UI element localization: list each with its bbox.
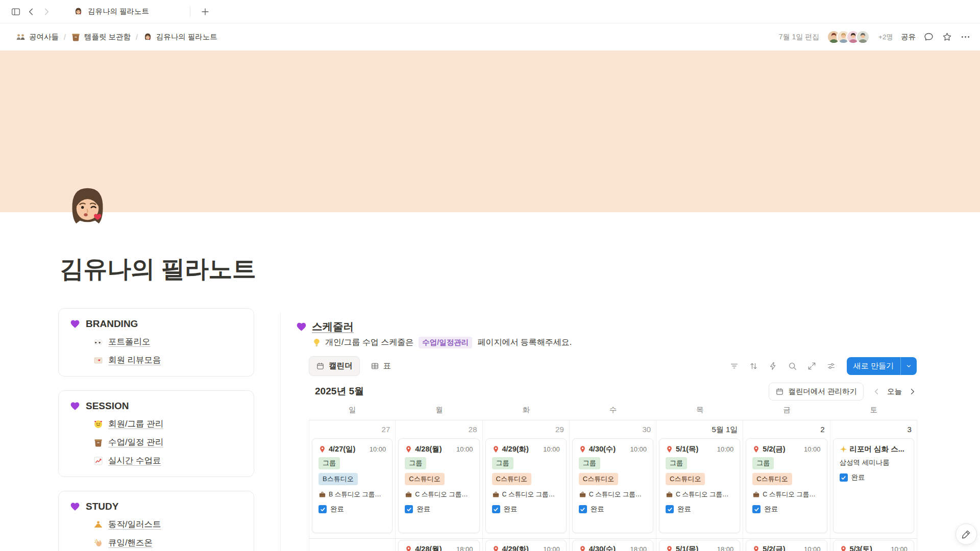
event-header: 리포머 심화 스... [840, 444, 908, 454]
checkbox-checked[interactable] [666, 505, 674, 513]
ai-pen-button[interactable] [955, 523, 977, 545]
avatar[interactable] [856, 30, 870, 44]
event-card[interactable]: 4/30(수) 10:00 그룹 C스튜디오 C 스튜디오 그룹레슨 완료 [572, 438, 653, 533]
pin-icon [405, 545, 412, 551]
studio-tag: B스튜디오 [318, 473, 358, 485]
calendar-cell-thu: 5월 1일 5/1(목) 10:00 그룹 C스튜디오 C 스튜디오 그룹레슨 … [656, 420, 743, 538]
more-icon[interactable] [960, 32, 971, 42]
breadcrumb-item-templates[interactable]: 템플릿 보관함 [67, 30, 134, 44]
weekday-label: 일 [309, 405, 396, 415]
nav-link-schedule[interactable]: 수업/일정 관리 [93, 437, 242, 448]
prev-month-icon[interactable] [872, 387, 881, 396]
today-button[interactable]: 오늘 [887, 387, 902, 396]
checkbox-checked[interactable] [840, 473, 848, 482]
nav-link-cueing[interactable]: 큐잉/핸즈온 [93, 537, 242, 548]
archive-box-icon [71, 32, 81, 42]
filter-icon[interactable] [729, 361, 739, 371]
event-header: 4/29(화) 10:00 [492, 544, 560, 551]
sidebar-toggle-icon[interactable] [8, 4, 23, 19]
checkbox-checked[interactable] [318, 505, 327, 513]
breadcrumb-bar: 공여사들 / 템플릿 보관함 / 김유나의 필라노트 7월 1일 편집 +2명 … [0, 23, 980, 51]
extra-members-count[interactable]: +2명 [878, 33, 893, 42]
nav-link-label: 회원 리뷰모음 [108, 355, 161, 366]
event-lesson: C 스튜디오 그룹레슨 [405, 489, 473, 500]
next-month-icon[interactable] [908, 387, 917, 396]
briefcase-icon [666, 491, 673, 498]
breadcrumb-item-current-page[interactable]: 김유나의 필라노트 [139, 30, 221, 44]
event-status: 완료 [666, 504, 733, 515]
person-meditating-icon [93, 520, 103, 530]
group-tag: 그룹 [318, 457, 340, 469]
settings-icon[interactable] [826, 361, 836, 371]
star-icon[interactable] [942, 32, 952, 42]
event-date: 4/29(화) [502, 444, 529, 454]
event-lesson: C 스튜디오 그룹레슨 [752, 489, 820, 500]
callout-page-mention[interactable]: 수업/일정관리 [419, 337, 472, 348]
people-icon [16, 32, 26, 42]
checkbox-checked[interactable] [579, 505, 587, 513]
event-header: 5/2(금) 10:00 [752, 544, 820, 551]
calendar-cell-fri: 2 5/2(금) 10:00 그룹 C스튜디오 C 스튜디오 그룹레슨 완료 [743, 420, 830, 538]
lesson-label: C 스튜디오 그룹레슨 [763, 490, 820, 499]
tab-calendar-view[interactable]: 캘린더 [309, 356, 360, 376]
briefcase-icon [752, 491, 760, 498]
event-card[interactable]: 5/1(목) 18:00 그룹 [659, 540, 740, 551]
archive-box-icon [93, 438, 103, 447]
chevron-down-icon[interactable] [900, 357, 917, 375]
event-card[interactable]: 4/28(월) 10:00 그룹 C스튜디오 C 스튜디오 그룹레슨 완료 [398, 438, 479, 533]
comments-icon[interactable] [923, 32, 934, 42]
new-tab-icon[interactable] [198, 4, 213, 19]
app-tab[interactable]: 김유나의 필라노트 [68, 4, 154, 19]
nav-card-title-label: STUDY [86, 501, 118, 512]
nav-link-label: 포트폴리오 [108, 336, 151, 347]
forward-icon[interactable] [39, 4, 54, 19]
studio-tag: C스튜디오 [666, 473, 705, 485]
back-icon[interactable] [23, 4, 39, 19]
new-entry-button[interactable]: 새로 만들기 [847, 357, 917, 375]
manage-in-calendar-button[interactable]: 캘린더에서 관리하기 [769, 383, 864, 400]
nav-link-portfolio[interactable]: 포트폴리오 [93, 336, 242, 347]
event-date: 4/30(수) [589, 444, 616, 454]
event-status: 완료 [579, 504, 647, 515]
tab-table-view[interactable]: 표 [364, 357, 398, 375]
nav-link-reviews[interactable]: 회원 리뷰모음 [93, 355, 242, 366]
checkbox-checked[interactable] [752, 505, 761, 513]
event-card[interactable]: 4/29(화) 10:00 그룹 C스튜디오 C 스튜디오 그룹레슨 완료 [485, 438, 567, 533]
expand-icon[interactable] [807, 361, 817, 371]
nav-link-fees[interactable]: 실시간 수업료 [93, 455, 242, 466]
group-tag: 그룹 [405, 457, 426, 469]
status-label: 완료 [764, 505, 778, 514]
page-icon[interactable] [62, 182, 113, 233]
breadcrumb-item-workspace[interactable]: 공여사들 [12, 30, 62, 44]
event-card[interactable]: 4/30(수) 18:00 그룹 [572, 540, 653, 551]
event-card[interactable]: 5/2(금) 10:00 그룹 [746, 540, 827, 551]
event-date: 4/30(수) [589, 544, 616, 551]
nav-link-movements[interactable]: 동작/일러스트 [93, 519, 242, 530]
purple-heart-icon [70, 401, 80, 411]
event-card[interactable]: 5/2(금) 10:00 그룹 C스튜디오 C 스튜디오 그룹레슨 완료 [746, 438, 827, 533]
nav-link-members[interactable]: 회원/그룹 관리 [93, 418, 242, 430]
sort-icon[interactable] [749, 361, 758, 371]
event-card[interactable]: 4/28(월) 18:00 그룹 [398, 540, 479, 551]
share-button[interactable]: 공유 [901, 32, 916, 42]
pin-icon [579, 545, 586, 551]
event-card[interactable]: 리포머 심화 스... 삼성역 세미나룸 완료 [833, 438, 914, 533]
checkbox-checked[interactable] [405, 505, 413, 513]
cell-date: 27 [309, 420, 395, 436]
event-time: 10:00 [717, 445, 734, 453]
pin-icon [579, 445, 586, 453]
checkbox-checked[interactable] [492, 505, 500, 513]
bolt-icon[interactable] [768, 361, 778, 371]
event-date: 4/28(월) [415, 444, 442, 454]
event-card[interactable]: 4/29(화) 10:00 그룹 [485, 540, 567, 551]
purple-heart-icon [70, 319, 80, 329]
event-card[interactable]: 4/27(일) 10:00 그룹 B스튜디오 B 스튜디오 그룹레슨 완료 [312, 438, 393, 533]
event-card[interactable]: 5/1(목) 10:00 그룹 C스튜디오 C 스튜디오 그룹레슨 완료 [659, 438, 740, 533]
event-card[interactable]: 5/3(토) 10:00 그룹 [833, 540, 914, 551]
scheduler-title-link[interactable]: 스케줄러 [312, 319, 354, 334]
scheduler-callout: 개인/그룹 수업 스케줄은 수업/일정관리 페이지에서 등록해주세요. [312, 337, 572, 348]
member-avatars[interactable] [827, 30, 870, 44]
status-label: 완료 [416, 505, 430, 514]
search-icon[interactable] [788, 361, 797, 371]
nav-card-title-label: SESSION [86, 400, 129, 412]
